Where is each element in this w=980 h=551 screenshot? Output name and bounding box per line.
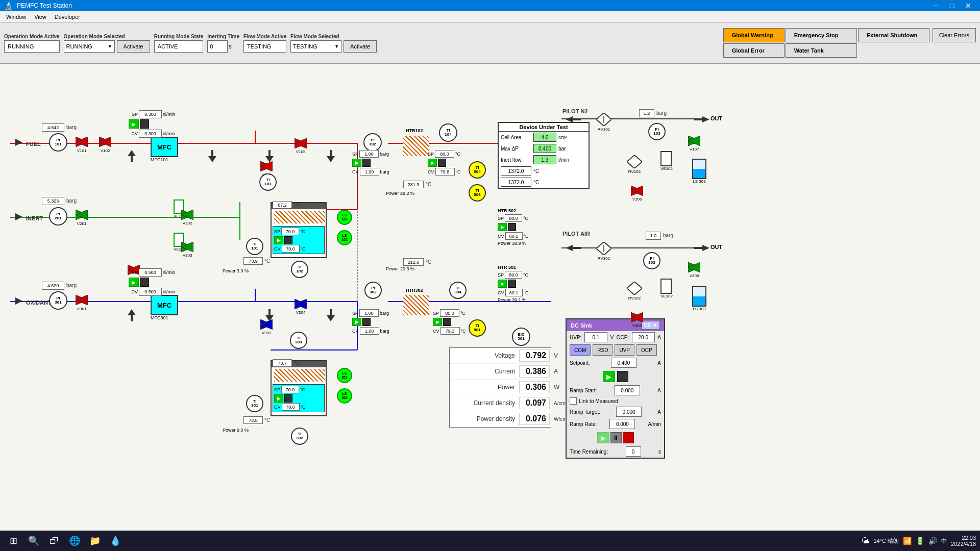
inert-time-input[interactable]	[207, 40, 228, 53]
htr301-temp1: 73.7	[273, 359, 292, 367]
current-density-label: Current density	[454, 399, 515, 407]
rv101: RV101	[596, 113, 611, 132]
htr102-temp-play[interactable]: ▶	[428, 159, 437, 167]
task-view-button[interactable]: 🗗	[45, 532, 63, 550]
emergency-stop-button[interactable]: Emergency Stop	[786, 28, 857, 42]
dc-ocp-input[interactable]: 20.0	[632, 332, 655, 342]
htr301-sp[interactable]: 70.0	[281, 386, 299, 393]
ls-303-air: LS 303	[692, 286, 706, 311]
dc-ramp-rate-input[interactable]: 0.000	[609, 419, 635, 429]
clear-errors-button[interactable]: Clear Errors	[933, 28, 976, 42]
htr301-stop[interactable]	[284, 394, 292, 403]
htr302-sp[interactable]: 1.00	[359, 309, 379, 317]
htr502-cv: 80.1	[505, 232, 523, 240]
htr101-temp2: 73.9	[243, 257, 263, 265]
htr302-temp-play[interactable]: ▶	[433, 318, 442, 326]
dc-ramp-play-btn[interactable]: ▶	[597, 432, 609, 443]
dc-com-btn[interactable]: COM	[570, 344, 591, 356]
activate-button-1[interactable]: Activate	[117, 40, 150, 53]
v304: V304	[295, 299, 307, 315]
mfc101-sp-val[interactable]: 0.300	[139, 110, 162, 118]
flow-arrow-2	[208, 150, 216, 163]
op-mode-selected-group: Operation Mode Selected RUNNING Activate	[64, 34, 150, 53]
htr101-play[interactable]: ▶	[274, 236, 283, 244]
htr502-play[interactable]: ▶	[498, 223, 507, 231]
mfc101-play-btn[interactable]: ▶	[129, 119, 139, 129]
maximize-button[interactable]: □	[944, 0, 960, 11]
htr101-sp[interactable]: 70.0	[281, 228, 299, 235]
htr102-temp2-unit: °C	[426, 259, 431, 265]
htr102-play[interactable]: ▶	[352, 159, 361, 167]
htr301-play[interactable]: ▶	[274, 394, 283, 403]
water-tank-button[interactable]: Water Tank	[786, 43, 857, 58]
edge-button[interactable]: 🌐	[65, 532, 84, 550]
activate-button-2[interactable]: Activate	[344, 40, 377, 53]
op-mode-selected-dropdown[interactable]: RUNNING	[64, 40, 115, 53]
htr302-cv: 1.00	[360, 327, 379, 335]
start-button[interactable]: ⊞	[4, 532, 22, 550]
minimize-button[interactable]: ─	[928, 0, 943, 11]
ti-102-fuel: TI 102	[291, 261, 308, 278]
mfc301-sp-cv: SP 0.500 nl/min ▶ CV 0.500 nl/min	[129, 268, 175, 296]
ti-503: TI 503	[469, 184, 486, 202]
global-error-button[interactable]: Global Error	[723, 43, 785, 58]
app-button[interactable]: 💧	[106, 532, 125, 550]
dc-ramp-rate-unit: A/min	[648, 421, 661, 427]
htr101-stop[interactable]	[284, 236, 292, 244]
dc-uvp-input[interactable]: 0.1	[584, 332, 607, 342]
svg-marker-45	[694, 116, 709, 122]
edge-icon: 🌐	[69, 535, 80, 546]
search-button[interactable]: 🔍	[24, 532, 43, 550]
dut-cell-area-input[interactable]: 4.0	[533, 133, 556, 142]
dc-rsd-btn[interactable]: RSD	[593, 344, 612, 356]
dc-uvp-unit: V	[610, 335, 614, 340]
pilot-air-pressure-unit: barg	[663, 233, 673, 238]
menu-view[interactable]: View	[30, 13, 51, 21]
htr302-stop[interactable]	[362, 318, 371, 326]
htr102-pressure-sp[interactable]: 1.00	[359, 150, 379, 158]
mfc301-sp-val[interactable]: 0.500	[139, 268, 162, 277]
dc-mode-dropdown[interactable]: CC ▼	[642, 321, 660, 330]
htr501-sp[interactable]: 80.0	[505, 271, 522, 279]
file-explorer-button[interactable]: 📁	[86, 532, 104, 550]
ti-304: TI 304	[449, 282, 467, 299]
dc-link-checkbox[interactable]	[570, 397, 577, 405]
close-button[interactable]: ✕	[961, 0, 976, 11]
mfc301-stop-btn[interactable]	[140, 278, 149, 287]
pilot-n2-arrow-left	[566, 115, 581, 124]
dc-ramp-stop-btn[interactable]	[623, 432, 634, 443]
htr501-stop[interactable]	[508, 280, 516, 288]
ti-501: TI 501	[469, 319, 486, 337]
htr501-play[interactable]: ▶	[498, 280, 507, 288]
dc-ramp-target-input[interactable]: 0.000	[616, 407, 642, 417]
htr302-play[interactable]: ▶	[352, 318, 361, 326]
dc-ramp-pause-btn[interactable]: ⏸	[610, 432, 622, 443]
ti-104: TI 104	[439, 123, 457, 142]
htr502-stop[interactable]	[508, 223, 516, 231]
global-warning-button[interactable]: Global Warning	[723, 28, 785, 42]
dc-uvp-btn[interactable]: UVP	[615, 344, 634, 356]
htr502-sp[interactable]: 80.0	[505, 214, 522, 222]
htr102-stop[interactable]	[362, 159, 371, 167]
dc-stop-btn[interactable]	[617, 371, 628, 382]
dc-setpoint-input[interactable]: 0.400	[611, 358, 636, 368]
dut-inert-flow-input[interactable]: 1.3	[533, 155, 556, 164]
mfc101-stop-btn[interactable]	[140, 119, 149, 129]
external-shutdown-button[interactable]: External Shutdown	[858, 28, 929, 42]
htr102-temp-sp[interactable]: 80.0	[435, 150, 454, 158]
menu-developer[interactable]: Developer	[51, 13, 84, 21]
dc-play-btn[interactable]: ▶	[603, 371, 615, 382]
flow-mode-selected-group: Flow Mode Selected TESTING Activate	[290, 34, 377, 53]
v101: V101	[76, 137, 88, 153]
dc-ramp-start-input[interactable]: 0.000	[615, 385, 640, 395]
htr102-temp-stop[interactable]	[438, 159, 446, 167]
htr302-temp-stop[interactable]	[443, 318, 451, 326]
flow-mode-selected-dropdown[interactable]: TESTING	[290, 40, 341, 53]
htr302-temp-sp[interactable]: 80.0	[440, 309, 459, 317]
power-value: 0.306	[519, 381, 550, 393]
file-explorer-icon: 📁	[89, 535, 101, 546]
dc-ocp-btn[interactable]: OCP	[636, 344, 657, 356]
menu-window[interactable]: Window	[2, 13, 30, 21]
dut-max-dp-input[interactable]: 0.400	[533, 144, 556, 153]
mfc301-play-btn[interactable]: ▶	[129, 278, 139, 287]
